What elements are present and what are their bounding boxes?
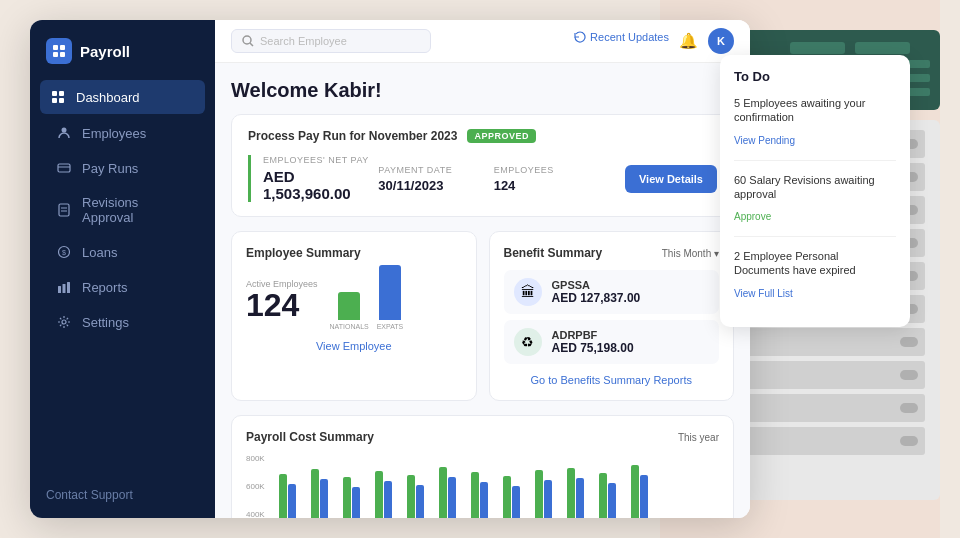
user-avatar[interactable]: K <box>708 28 734 54</box>
adrpbf-name: ADRPBF <box>552 329 710 341</box>
cost-bar-group <box>407 475 433 518</box>
loans-icon: $ <box>56 244 72 260</box>
svg-point-57 <box>243 36 251 44</box>
cost-bar-group <box>599 473 625 518</box>
cost-bar-green <box>407 475 415 518</box>
sidebar-item-loans[interactable]: $ Loans <box>40 235 205 269</box>
y-label-800k: 800K <box>246 454 265 463</box>
search-icon <box>242 35 254 47</box>
contact-support[interactable]: Contact Support <box>30 472 215 518</box>
todo-item-1-text: 60 Salary Revisions awaiting approval <box>734 173 896 202</box>
employees-label: EMPLOYEES <box>494 165 609 175</box>
sidebar-item-dashboard[interactable]: Dashboard <box>40 80 205 114</box>
app-name: Payroll <box>80 43 130 60</box>
notification-bell-icon[interactable]: 🔔 <box>679 32 698 50</box>
todo-title: To Do <box>734 69 896 84</box>
sidebar-item-revisions[interactable]: Revisions Approval <box>40 186 205 234</box>
benefit-item-gpssa: 🏛 GPSSA AED 127,837.00 <box>504 270 720 314</box>
svg-rect-20 <box>900 370 918 380</box>
employee-summary-content: Active Employees 124 NATIONALS EXPATS <box>246 270 462 330</box>
cost-bar-blue <box>512 486 520 518</box>
sidebar-item-employees[interactable]: Employees <box>40 116 205 150</box>
cost-bar-blue <box>576 478 584 518</box>
payrun-title: Process Pay Run for November 2023 <box>248 129 457 143</box>
view-employee-link[interactable]: View Employee <box>246 340 462 352</box>
employees-icon <box>56 125 72 141</box>
cost-y-axis: 800K 600K 400K <box>246 454 265 518</box>
reports-icon <box>56 279 72 295</box>
svg-rect-22 <box>900 436 918 446</box>
cost-bar-green <box>311 469 319 518</box>
cost-bar-group <box>567 468 593 518</box>
search-bar[interactable]: Search Employee <box>231 29 431 53</box>
benefit-filter[interactable]: This Month ▾ <box>662 248 719 259</box>
adrpbf-icon: ♻ <box>514 328 542 356</box>
svg-rect-19 <box>900 337 918 347</box>
benefit-item-adrpbf: ♻ ADRPBF AED 75,198.00 <box>504 320 720 364</box>
svg-rect-55 <box>67 282 70 293</box>
svg-rect-37 <box>53 45 58 50</box>
cost-bar-blue <box>352 487 360 518</box>
svg-point-45 <box>62 128 67 133</box>
cost-bar-group <box>311 469 337 518</box>
benefit-summary-card: Benefit Summary This Month ▾ 🏛 GPSSA AED… <box>489 231 735 401</box>
browser-window: Payroll Dashboard <box>30 20 750 518</box>
net-pay-value: AED 1,503,960.00 <box>263 168 378 202</box>
svg-rect-53 <box>58 286 61 293</box>
cost-bar-group <box>439 467 465 518</box>
cost-card-title: Payroll Cost Summary <box>246 430 374 444</box>
cost-bar-green <box>471 472 479 518</box>
todo-item-0-text: 5 Employees awaiting your confirmation <box>734 96 896 125</box>
benefit-reports-link[interactable]: Go to Benefits Summary Reports <box>504 374 720 386</box>
sidebar-item-pay-runs[interactable]: Pay Runs <box>40 151 205 185</box>
sidebar-item-settings[interactable]: Settings <box>40 305 205 339</box>
payrun-date: PAYMENT DATE 30/11/2023 <box>378 165 493 193</box>
sidebar: Payroll Dashboard <box>30 20 215 518</box>
cost-bar-group <box>375 471 401 518</box>
employee-bar-chart: NATIONALS EXPATS <box>330 270 462 330</box>
search-placeholder: Search Employee <box>260 35 347 47</box>
recent-updates-label: Recent Updates <box>590 31 669 43</box>
cost-bar-green <box>503 476 511 518</box>
approved-badge: APPROVED <box>467 129 536 143</box>
svg-rect-38 <box>60 45 65 50</box>
svg-rect-12 <box>730 427 925 455</box>
sidebar-item-reports[interactable]: Reports <box>40 270 205 304</box>
payrun-net-pay: EMPLOYEES' NET PAY AED 1,503,960.00 <box>263 155 378 202</box>
nationals-bar <box>338 292 360 320</box>
dashboard-icon <box>50 89 66 105</box>
main-content: Search Employee Recent Updates 🔔 K Welco… <box>215 20 750 518</box>
todo-item-1: 60 Salary Revisions awaiting approval Ap… <box>734 173 896 238</box>
adrpbf-info: ADRPBF AED 75,198.00 <box>552 329 710 355</box>
employee-count-block: Active Employees 124 <box>246 279 318 321</box>
todo-action-0[interactable]: View Pending <box>734 135 795 146</box>
loans-label: Loans <box>82 245 117 260</box>
employee-summary-header: Employee Summary <box>246 246 462 260</box>
cost-bar-group <box>631 465 657 518</box>
expats-bar-group: EXPATS <box>377 265 404 330</box>
cost-filter[interactable]: This year <box>678 432 719 443</box>
todo-action-1[interactable]: Approve <box>734 211 771 222</box>
todo-item-0: 5 Employees awaiting your confirmation V… <box>734 96 896 161</box>
cost-bar-group <box>279 474 305 518</box>
recent-updates-link[interactable]: Recent Updates <box>574 31 669 43</box>
svg-rect-40 <box>60 52 65 57</box>
topbar-right: Recent Updates 🔔 K <box>574 28 734 54</box>
cost-bar-blue <box>320 479 328 518</box>
adrpbf-amount: AED 75,198.00 <box>552 341 710 355</box>
cost-bar-green <box>535 470 543 518</box>
view-details-button[interactable]: View Details <box>625 165 717 193</box>
cost-bar-group <box>343 477 369 518</box>
cost-bar-blue <box>608 483 616 518</box>
nationals-bar-group: NATIONALS <box>330 292 369 330</box>
reports-label: Reports <box>82 280 128 295</box>
cost-bar-blue <box>480 482 488 518</box>
cost-bar-blue <box>384 481 392 518</box>
cost-bar-green <box>279 474 287 518</box>
net-pay-label: EMPLOYEES' NET PAY <box>263 155 378 165</box>
svg-rect-42 <box>59 91 64 96</box>
cost-bar-blue <box>448 477 456 518</box>
svg-text:$: $ <box>62 249 66 256</box>
todo-action-2[interactable]: View Full List <box>734 288 793 299</box>
gpssa-amount: AED 127,837.00 <box>552 291 710 305</box>
